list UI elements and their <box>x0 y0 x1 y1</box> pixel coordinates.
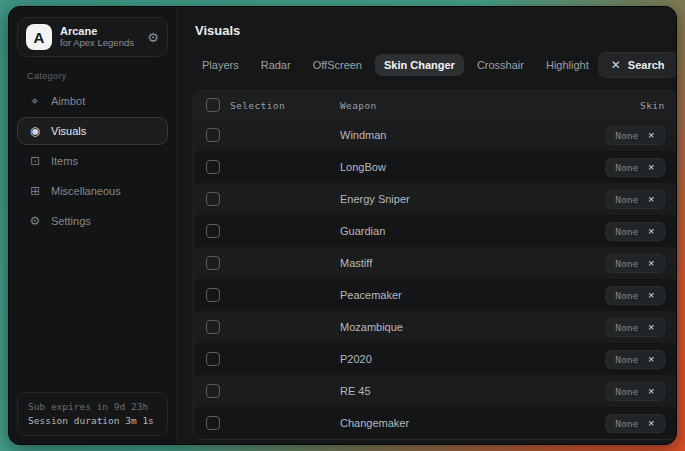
row-checkbox[interactable] <box>206 320 220 334</box>
brand-text: Arcane for Apex Legends <box>60 25 139 49</box>
tab-players[interactable]: Players <box>193 54 248 76</box>
skin-badge[interactable]: None × <box>605 382 664 401</box>
sidebar: A Arcane for Apex Legends ⚙ Category ⌖Ai… <box>9 7 177 444</box>
skin-value: None <box>615 162 638 173</box>
category-label: Category <box>27 71 172 81</box>
app-subtitle: for Apex Legends <box>60 38 139 49</box>
search-button-label: Search <box>628 59 665 71</box>
clear-skin-icon[interactable]: × <box>648 130 654 141</box>
clear-skin-icon[interactable]: × <box>648 258 654 269</box>
tab-skin-changer[interactable]: Skin Changer <box>375 54 464 76</box>
skin-badge[interactable]: None × <box>605 318 664 337</box>
clear-skin-icon[interactable]: × <box>648 290 654 301</box>
row-checkbox[interactable] <box>206 256 220 270</box>
weapon-name: Changemaker <box>340 417 605 429</box>
x-icon: ✕ <box>611 58 621 72</box>
table-row: Mozambique None × <box>194 311 677 343</box>
sidebar-item-label: Miscellaneous <box>51 185 121 197</box>
table-row: RE 45 None × <box>194 375 677 407</box>
row-checkbox[interactable] <box>206 416 220 430</box>
sidebar-item-items[interactable]: ⊡Items <box>17 147 168 175</box>
skin-value: None <box>615 226 638 237</box>
gear-icon: ⚙ <box>28 214 42 228</box>
skin-value: None <box>615 386 638 397</box>
clear-skin-icon[interactable]: × <box>648 162 654 173</box>
weapon-name: Windman <box>340 129 605 141</box>
skin-badge[interactable]: None × <box>605 190 664 209</box>
table-row: Guardian None × <box>194 215 677 247</box>
tab-offscreen[interactable]: OffScreen <box>304 54 371 76</box>
clear-skin-icon[interactable]: × <box>648 354 654 365</box>
weapon-name: P2020 <box>340 353 605 365</box>
sidebar-item-miscellaneous[interactable]: ⊞Miscellaneous <box>17 177 168 205</box>
row-checkbox[interactable] <box>206 352 220 366</box>
table-row: LongBow None × <box>194 151 677 183</box>
search-button[interactable]: ✕ Search <box>598 52 677 78</box>
app-window: A Arcane for Apex Legends ⚙ Category ⌖Ai… <box>8 6 677 445</box>
app-title: Arcane <box>60 25 139 38</box>
skin-badge[interactable]: None × <box>605 126 664 145</box>
sidebar-item-label: Aimbot <box>51 95 85 107</box>
table-row: Changemaker None × <box>194 407 677 439</box>
column-header-skin: Skin <box>640 100 664 111</box>
column-header-weapon: Weapon <box>340 100 640 111</box>
tab-bar: PlayersRadarOffScreenSkin ChangerCrossha… <box>193 54 598 76</box>
skin-table: Selection Weapon Skin Windman None × Lon… <box>193 90 677 440</box>
table-row: Mastiff None × <box>194 247 677 279</box>
row-checkbox[interactable] <box>206 224 220 238</box>
weapon-name: Mozambique <box>340 321 605 333</box>
row-checkbox[interactable] <box>206 384 220 398</box>
skin-value: None <box>615 258 638 269</box>
tab-crosshair[interactable]: Crosshair <box>468 54 533 76</box>
weapon-name: Energy Sniper <box>340 193 605 205</box>
clear-skin-icon[interactable]: × <box>648 226 654 237</box>
clear-skin-icon[interactable]: × <box>648 386 654 397</box>
skin-value: None <box>615 354 638 365</box>
sidebar-item-aimbot[interactable]: ⌖Aimbot <box>17 87 168 115</box>
skin-value: None <box>615 130 638 141</box>
row-checkbox[interactable] <box>206 192 220 206</box>
weapon-name: Mastiff <box>340 257 605 269</box>
gear-icon[interactable]: ⚙ <box>147 30 159 45</box>
weapon-name: Guardian <box>340 225 605 237</box>
clear-skin-icon[interactable]: × <box>648 194 654 205</box>
sidebar-item-label: Settings <box>51 215 91 227</box>
page-title: Visuals <box>195 23 677 38</box>
skin-value: None <box>615 290 638 301</box>
table-row: Energy Sniper None × <box>194 183 677 215</box>
row-checkbox[interactable] <box>206 128 220 142</box>
table-header-row: Selection Weapon Skin <box>194 91 677 119</box>
sidebar-item-label: Visuals <box>51 125 86 137</box>
skin-badge[interactable]: None × <box>605 222 664 241</box>
row-checkbox[interactable] <box>206 160 220 174</box>
sub-expires-text: Sub expires in 9d 23h <box>28 400 157 414</box>
weapon-name: RE 45 <box>340 385 605 397</box>
table-row: Windman None × <box>194 119 677 151</box>
tab-highlight[interactable]: Highlight <box>537 54 598 76</box>
skin-badge[interactable]: None × <box>605 254 664 273</box>
row-checkbox[interactable] <box>206 288 220 302</box>
eye-icon: ◉ <box>28 124 42 138</box>
clear-skin-icon[interactable]: × <box>648 322 654 333</box>
sidebar-item-visuals[interactable]: ◉Visuals <box>17 117 168 145</box>
session-duration-text: Session duration 3m 1s <box>28 414 157 428</box>
grid-icon: ⊞ <box>28 184 42 198</box>
skin-value: None <box>615 194 638 205</box>
subscription-info: Sub expires in 9d 23h Session duration 3… <box>17 392 168 437</box>
select-all-checkbox[interactable] <box>206 98 220 112</box>
skin-badge[interactable]: None × <box>605 158 664 177</box>
skin-value: None <box>615 418 638 429</box>
tab-radar[interactable]: Radar <box>252 54 300 76</box>
app-logo: A <box>26 24 52 50</box>
crosshair-icon: ⌖ <box>28 94 42 108</box>
sidebar-item-settings[interactable]: ⚙Settings <box>17 207 168 235</box>
table-row: P2020 None × <box>194 343 677 375</box>
tab-row: PlayersRadarOffScreenSkin ChangerCrossha… <box>193 52 677 78</box>
skin-badge[interactable]: None × <box>605 350 664 369</box>
skin-badge[interactable]: None × <box>605 286 664 305</box>
sidebar-nav: ⌖Aimbot◉Visuals⊡Items⊞Miscellaneous⚙Sett… <box>13 87 172 235</box>
cube-icon: ⊡ <box>28 154 42 168</box>
table-row: Peacemaker None × <box>194 279 677 311</box>
skin-badge[interactable]: None × <box>605 414 664 433</box>
clear-skin-icon[interactable]: × <box>648 418 654 429</box>
